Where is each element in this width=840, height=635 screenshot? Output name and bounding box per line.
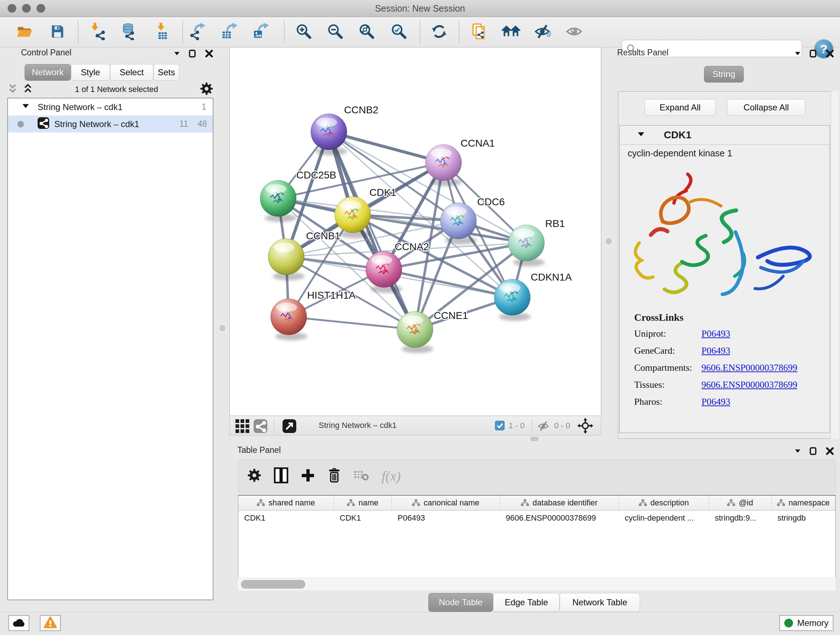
table-panel-close-icon[interactable] [826,447,834,457]
network-options-gear-icon[interactable] [200,82,213,97]
cell[interactable]: cyclin-dependent ... [619,513,709,523]
show-columns-icon[interactable] [274,467,288,485]
network-edge[interactable] [384,269,512,297]
cloud-button[interactable] [8,615,29,631]
table-toolbar: f(x) [238,459,836,493]
column-header-name[interactable]: name [334,496,392,510]
collection-disclosure-icon[interactable] [22,102,30,112]
crosslink-link[interactable]: 9606.ENSP00000378699 [701,363,797,373]
export-table-button[interactable] [219,21,241,43]
network-node-CCNA1[interactable] [425,144,462,186]
import-network-database-button[interactable] [118,21,139,43]
protein-card-header[interactable]: CDK1 [620,126,829,145]
zoom-in-button[interactable] [293,21,315,43]
left-splitter-handle[interactable] [219,325,225,331]
houses-button[interactable] [500,21,522,43]
table-panel-float-icon[interactable] [809,447,818,457]
zoom-fit-button[interactable] [356,21,378,43]
node-label-CDK1: CDK1 [369,187,396,198]
column-header-id[interactable]: @id [709,496,772,510]
open-in-new-icon[interactable] [283,419,296,434]
table-options-gear-icon[interactable] [247,468,262,484]
tab-style[interactable]: Style [71,64,110,81]
results-scrollbar[interactable] [831,91,839,439]
crosslinks-section: CrossLinks Uniprot:P06493GeneCard:P06493… [634,312,797,413]
results-panel-close-icon[interactable] [826,49,834,59]
control-panel-float-icon[interactable] [188,49,197,59]
hide-selected-button[interactable] [531,21,553,43]
crosslink-link[interactable]: P06493 [701,328,730,339]
crosslink-link[interactable]: P06493 [701,345,730,356]
tab-network[interactable]: Network [25,64,71,81]
column-header-canonicalname[interactable]: canonical name [392,496,500,510]
tab-edge-table[interactable]: Edge Table [493,593,560,612]
network-node-CCNB1[interactable] [268,239,305,280]
cell[interactable]: P06493 [392,513,500,523]
table-horizontal-scrollbar[interactable] [238,578,836,591]
delete-column-icon[interactable] [327,467,341,485]
selected-nodes-checkbox[interactable] [495,421,505,431]
warning-icon [43,616,57,630]
show-all-button[interactable] [563,21,585,43]
table-row[interactable]: CDK1CDK1P064939606.ENSP00000378699cyclin… [238,510,835,525]
memory-button[interactable]: Memory [779,615,834,631]
expand-all-button[interactable]: Expand All [645,99,715,116]
tab-string[interactable]: String [704,66,744,82]
export-image-button[interactable] [251,21,273,43]
zoom-out-button[interactable] [325,21,346,43]
birdseye-grid-icon[interactable] [235,419,249,434]
import-network-file-button[interactable] [87,21,109,43]
protein-disclosure-icon[interactable] [637,130,645,140]
horizontal-splitter-handle[interactable] [531,437,538,441]
network-canvas[interactable]: CCNB2CCNA1CDC25BCDK1CDC6RB1CCNB1CCNA2CDK… [229,47,601,416]
function-builder-icon: f(x) [382,468,401,484]
tab-sets[interactable]: Sets [153,64,180,81]
clone-documents-button[interactable] [469,21,490,43]
column-header-description[interactable]: description [619,496,709,510]
network-collection-row[interactable]: String Network – cdk1 1 [8,98,213,116]
tab-network-table[interactable]: Network Table [560,593,640,612]
save-session-button[interactable] [46,21,68,43]
network-row[interactable]: String Network – cdk1 11 48 [8,116,213,133]
network-node-CDKN1A[interactable] [494,279,531,321]
network-node-HIST1H1A[interactable] [271,299,307,340]
column-header-databaseidentifier[interactable]: database identifier [500,496,619,510]
documents-share-icon [471,23,488,42]
network-label: String Network – cdk1 [54,119,139,129]
network-node-CCNA2[interactable] [366,251,402,293]
table-panel-menu-icon[interactable] [794,448,801,456]
string-network-badge-icon[interactable] [254,419,267,434]
control-panel-close-icon[interactable] [205,49,213,59]
column-header-sharedname[interactable]: shared name [238,496,334,510]
crosslink-link[interactable]: 9606.ENSP00000378699 [701,379,797,390]
expand-all-networks-icon[interactable] [22,83,33,96]
column-header-namespace[interactable]: namespace [772,496,835,510]
right-splitter-handle[interactable] [606,239,611,244]
cell[interactable]: stringdb:9... [709,513,772,523]
birdseye-crosshair-icon[interactable] [577,418,593,435]
crosslink-link[interactable]: P06493 [701,396,730,407]
scrollbar-thumb[interactable] [241,580,305,589]
network-node-CDC25B[interactable] [260,180,297,222]
results-panel-float-icon[interactable] [809,49,818,59]
control-panel-menu-icon[interactable] [174,50,180,58]
tab-node-table[interactable]: Node Table [428,593,493,612]
network-node-RB1[interactable] [508,225,545,266]
apply-preferred-layout-button[interactable] [428,21,450,43]
import-table-button[interactable] [151,21,172,43]
export-network-button[interactable] [187,21,209,43]
cell[interactable]: CDK1 [334,513,392,523]
cell[interactable]: CDK1 [238,513,334,523]
collapse-all-networks-icon[interactable] [7,83,18,96]
open-session-button[interactable] [14,21,35,43]
warnings-button[interactable] [40,615,61,631]
cell[interactable]: 9606.ENSP00000378699 [500,513,619,523]
zoom-selected-button[interactable] [388,21,410,43]
network-node-CDC6[interactable] [440,203,477,244]
collapse-all-button[interactable]: Collapse All [727,99,805,116]
add-column-icon[interactable] [301,468,315,484]
results-panel-menu-icon[interactable] [794,50,801,58]
cell[interactable]: stringdb [772,513,835,523]
network-node-CCNE1[interactable] [397,311,433,353]
tab-select[interactable]: Select [110,64,153,81]
